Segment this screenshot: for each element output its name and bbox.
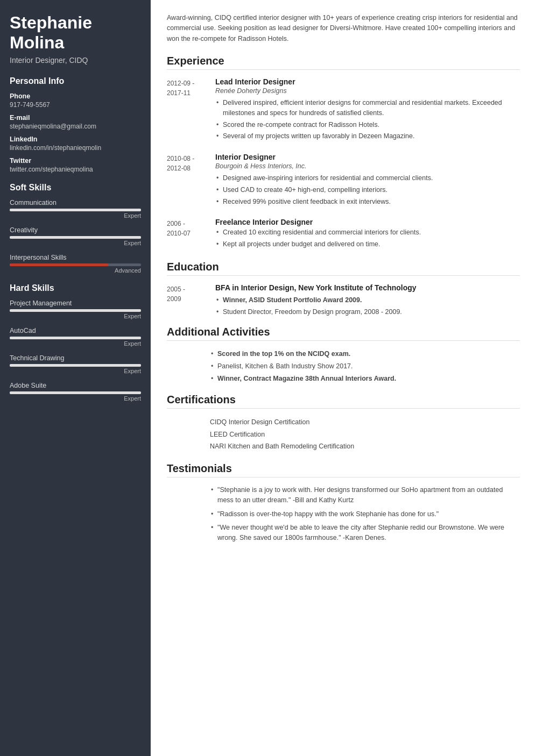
- skill-technical-drawing-name: Technical Drawing: [10, 354, 141, 362]
- list-item: Received 99% positive client feedback in…: [215, 197, 520, 207]
- list-item: Several of my projects written up favora…: [215, 131, 520, 141]
- skill-interpersonal: Interpersonal Skills Advanced: [10, 254, 141, 274]
- job-3-date: 2006 -2010-07: [167, 218, 215, 251]
- job-1: 2012-09 -2017-11 Lead Interior Designer …: [167, 77, 520, 143]
- skill-pm-level: Expert: [10, 313, 141, 319]
- list-item: Kept all projects under budget and deliv…: [215, 239, 520, 249]
- cert-1: CIDQ Interior Design Certification: [167, 416, 520, 429]
- skill-project-management-name: Project Management: [10, 299, 141, 307]
- job-1-title: Lead Interior Designer: [215, 77, 520, 86]
- testimonials-section: "Stephanie is a joy to work with. Her de…: [167, 485, 520, 544]
- edu-1: 2005 -2009 BFA in Interior Design, New Y…: [167, 283, 520, 319]
- skill-communication-bar-bg: [10, 209, 141, 211]
- list-item: "Stephanie is a joy to work with. Her de…: [210, 485, 520, 506]
- edu-bullet-bold: Winner, ASID Student Portfolio Award 200…: [223, 296, 362, 304]
- testimonials-content: "Stephanie is a joy to work with. Her de…: [167, 485, 520, 544]
- skill-td-level: Expert: [10, 368, 141, 374]
- skill-adobe-bar-fill: [10, 391, 141, 394]
- list-item: Student Director, Freedom by Design prog…: [215, 307, 520, 317]
- activities-content: Scored in the top 1% on the NCIDQ exam. …: [167, 348, 520, 384]
- skill-creativity-name: Creativity: [10, 226, 141, 234]
- certifications-heading: Certifications: [167, 394, 520, 409]
- hard-skills-heading: Hard Skills: [10, 283, 141, 293]
- list-item: "Radisson is over-the-top happy with the…: [210, 509, 520, 519]
- activities-heading: Additional Activities: [167, 326, 520, 341]
- list-item: Winner, Contract Magazine 38th Annual In…: [210, 373, 520, 384]
- job-2-content: Interior Designer Bourgoin & Hess Interi…: [215, 153, 520, 208]
- skill-creativity: Creativity Expert: [10, 226, 141, 246]
- skill-adobe-suite: Adobe Suite Expert: [10, 382, 141, 402]
- personal-info-fields: Phone 917-749-5567 E-mail stephanieqmoli…: [10, 92, 141, 173]
- cert-2: LEED Certification: [167, 429, 520, 441]
- soft-skills-list: Communication Expert Creativity Expert I…: [10, 199, 141, 274]
- skill-communication-level: Expert: [10, 212, 141, 219]
- job-2-bullets: Designed awe-inspiring interiors for res…: [215, 173, 520, 206]
- main-content: Award-winning, CIDQ certified interior d…: [151, 0, 536, 756]
- list-item: Scored the re-compete contract for Radis…: [215, 120, 520, 130]
- skill-autocad-bar-bg: [10, 337, 141, 339]
- skill-autocad-level: Expert: [10, 340, 141, 347]
- job-1-company: Renée Doherty Designs: [215, 87, 520, 95]
- candidate-name: Stephanie Molina: [10, 13, 141, 53]
- job-2-date: 2010-08 -2012-08: [167, 153, 215, 208]
- skill-autocad: AutoCad Expert: [10, 327, 141, 347]
- list-item: Used CAD to create 40+ high-end, compell…: [215, 185, 520, 195]
- skill-technical-drawing: Technical Drawing Expert: [10, 354, 141, 374]
- skill-communication: Communication Expert: [10, 199, 141, 219]
- skill-adobe-bar-bg: [10, 391, 141, 394]
- job-3-title: Freelance Interior Designer: [215, 218, 520, 226]
- phone-label: Phone: [10, 92, 141, 100]
- summary-text: Award-winning, CIDQ certified interior d…: [167, 13, 520, 44]
- skill-autocad-bar-fill: [10, 337, 141, 339]
- skill-project-management: Project Management Expert: [10, 299, 141, 319]
- job-2-company: Bourgoin & Hess Interiors, Inc.: [215, 162, 520, 170]
- skill-interpersonal-bar-bg: [10, 263, 141, 266]
- linkedin-label: LinkedIn: [10, 135, 141, 143]
- list-item: "We never thought we'd be able to leave …: [210, 523, 520, 544]
- education-heading: Education: [167, 261, 520, 276]
- skill-td-bar-bg: [10, 364, 141, 367]
- skill-communication-bar-fill: [10, 209, 141, 211]
- job-1-content: Lead Interior Designer Renée Doherty Des…: [215, 77, 520, 143]
- sidebar: Stephanie Molina Interior Designer, CIDQ…: [0, 0, 151, 756]
- skill-adobe-level: Expert: [10, 395, 141, 402]
- edu-1-content: BFA in Interior Design, New York Institu…: [215, 283, 520, 319]
- list-item: Created 10 exciting residential and comm…: [215, 227, 520, 238]
- skill-communication-name: Communication: [10, 199, 141, 206]
- job-3-bullets: Created 10 exciting residential and comm…: [215, 227, 520, 249]
- twitter-value: twitter.com/stephanieqmolina: [10, 166, 141, 173]
- job-3: 2006 -2010-07 Freelance Interior Designe…: [167, 218, 520, 251]
- testimonials-heading: Testimonials: [167, 462, 520, 477]
- experience-heading: Experience: [167, 55, 520, 70]
- activities-section: Scored in the top 1% on the NCIDQ exam. …: [167, 348, 520, 384]
- twitter-label: Twitter: [10, 157, 141, 165]
- activity-bold: Scored in the top 1% on the NCIDQ exam.: [217, 350, 350, 358]
- skill-creativity-bar-bg: [10, 236, 141, 239]
- list-item: Panelist, Kitchen & Bath Industry Show 2…: [210, 361, 520, 372]
- job-1-date: 2012-09 -2017-11: [167, 77, 215, 143]
- edu-1-degree: BFA in Interior Design, New York Institu…: [215, 283, 520, 292]
- list-item: Delivered inspired, efficient interior d…: [215, 98, 520, 118]
- skill-interpersonal-level: Advanced: [10, 267, 141, 274]
- skill-creativity-bar-fill: [10, 236, 141, 239]
- email-label: E-mail: [10, 114, 141, 122]
- skill-interpersonal-bar-fill: [10, 263, 108, 266]
- hard-skills-list: Project Management Expert AutoCad Expert…: [10, 299, 141, 402]
- resume-container: Stephanie Molina Interior Designer, CIDQ…: [0, 0, 536, 756]
- certifications-section: CIDQ Interior Design Certification LEED …: [167, 416, 520, 453]
- phone-value: 917-749-5567: [10, 101, 141, 109]
- skill-td-bar-fill: [10, 364, 141, 367]
- personal-info-heading: Personal Info: [10, 76, 141, 86]
- activity-bold-2: Winner, Contract Magazine 38th Annual In…: [217, 375, 396, 382]
- job-1-bullets: Delivered inspired, efficient interior d…: [215, 98, 520, 141]
- linkedin-value: linkedin.com/in/stephanieqmolin: [10, 144, 141, 152]
- skill-pm-bar-fill: [10, 309, 141, 312]
- list-item: Designed awe-inspiring interiors for res…: [215, 173, 520, 183]
- list-item: Winner, ASID Student Portfolio Award 200…: [215, 295, 520, 305]
- job-2-title: Interior Designer: [215, 153, 520, 161]
- testimonials-bullets: "Stephanie is a joy to work with. Her de…: [210, 485, 520, 544]
- skill-autocad-name: AutoCad: [10, 327, 141, 334]
- list-item: Scored in the top 1% on the NCIDQ exam.: [210, 348, 520, 359]
- activities-bullets: Scored in the top 1% on the NCIDQ exam. …: [210, 348, 520, 384]
- skill-creativity-level: Expert: [10, 240, 141, 246]
